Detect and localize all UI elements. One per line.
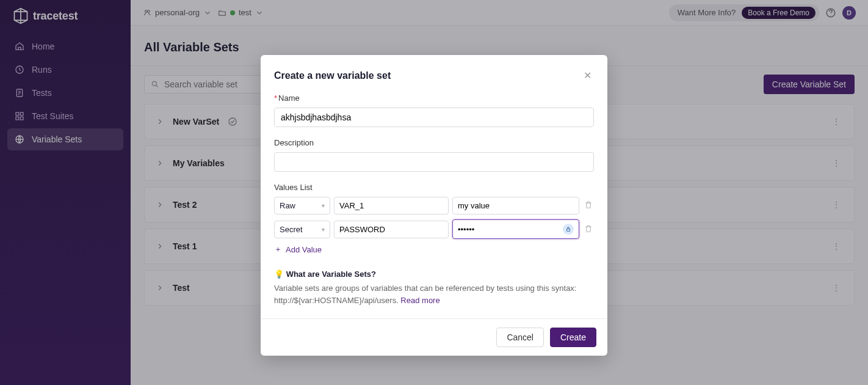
plus-icon: ＋	[274, 244, 282, 255]
cancel-button[interactable]: Cancel	[496, 328, 544, 347]
close-icon[interactable]: ✕	[581, 67, 594, 84]
modal-overlay: Create a new variable set ✕ *Name Descri…	[0, 0, 868, 385]
name-label: *Name	[274, 94, 594, 103]
read-more-link[interactable]: Read more	[400, 296, 439, 305]
lock-icon	[563, 224, 574, 235]
modal-title: Create a new variable set	[274, 70, 391, 81]
modal-header: Create a new variable set ✕	[261, 55, 607, 94]
value-row: Secret▾	[274, 219, 594, 239]
name-input[interactable]	[274, 108, 594, 127]
tip-body: Variable sets are groups of variables th…	[274, 282, 594, 306]
value-row: Raw▾	[274, 197, 594, 215]
tip-section: 💡 What are Variable Sets? Variable sets …	[274, 270, 594, 306]
chevron-down-icon: ▾	[322, 202, 325, 209]
trash-icon[interactable]	[583, 199, 594, 212]
add-value-button[interactable]: ＋ Add Value	[274, 244, 594, 255]
modal-footer: Cancel Create	[261, 319, 607, 356]
tip-title: 💡 What are Variable Sets?	[274, 270, 594, 279]
chevron-down-icon: ▾	[322, 226, 325, 233]
svg-rect-12	[567, 229, 570, 232]
description-label: Description	[274, 138, 594, 147]
value-value-input[interactable]	[452, 197, 579, 215]
value-type-select[interactable]: Secret▾	[274, 221, 330, 238]
values-label: Values List	[274, 183, 594, 192]
create-variable-set-modal: Create a new variable set ✕ *Name Descri…	[261, 55, 607, 356]
create-button[interactable]: Create	[550, 328, 596, 347]
value-key-input[interactable]	[334, 221, 449, 238]
trash-icon[interactable]	[583, 223, 594, 236]
value-value-input[interactable]	[452, 219, 579, 239]
value-type-select[interactable]: Raw▾	[274, 197, 330, 215]
value-key-input[interactable]	[334, 197, 449, 215]
description-input[interactable]	[274, 152, 594, 172]
